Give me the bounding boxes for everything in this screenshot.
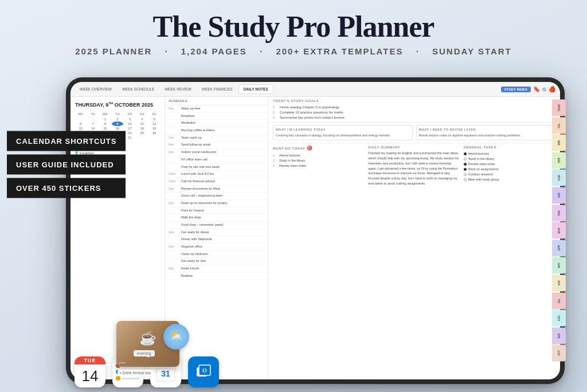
tab-aug[interactable]: AUG [552, 310, 566, 327]
sched-text-17: Food shop – remember pasta! [181, 223, 264, 228]
tab-sum[interactable]: SUM [552, 170, 566, 186]
app-calendar-date: TUE 14 [75, 356, 105, 387]
nav-tab-week-schedule[interactable]: WEEK SCHEDULE [118, 85, 159, 93]
gen-circle-5 [464, 173, 467, 176]
sched-item-1: 5am Wake up time [165, 105, 268, 113]
must-text-2: Study in the library [279, 159, 306, 162]
drink-bar: • Drink herbal tea [118, 370, 153, 376]
cal-cell-15[interactable]: 15 [100, 126, 111, 131]
sched-text-7: Submit social media post [181, 150, 264, 155]
badge-1: CALENDAR SHORTCUTS [7, 131, 126, 151]
cal-cell-1[interactable]: 1 [100, 117, 111, 121]
tab-jan[interactable]: JAN [552, 187, 566, 204]
sched-text-22: Get ready for bed [181, 259, 264, 264]
cal-row-3: 13 14 15 16 17 18 19 [75, 126, 160, 131]
cal-row-1: 1 2 3 4 5 [75, 117, 160, 121]
tab-year[interactable]: YEAR [552, 100, 566, 116]
tab-apr[interactable]: APR [552, 240, 566, 257]
cal-cell-3[interactable]: 3 [124, 117, 135, 121]
gen-text-4: Work on assignments [468, 167, 499, 171]
gen-text-5: Conduct research [468, 173, 493, 176]
cal-cell-12[interactable]: 12 [149, 121, 160, 126]
sched-text-5: Team catch up [181, 136, 264, 140]
sched-text-15: Pack for Greece [181, 209, 264, 213]
tab-jun[interactable]: JUN [552, 275, 566, 292]
cal-cell-16[interactable]: 16 [112, 126, 123, 131]
goals-section: TODAY'S STUDY GOALS 1. Finish reading Ch… [268, 97, 560, 123]
cal-cell-25[interactable]: 25 [136, 131, 147, 135]
nav-tab-week-finances[interactable]: WEEK FINANCES [197, 85, 237, 93]
must-num-3: 3. [273, 164, 277, 167]
calendar-date-icon[interactable]: TUE 14 [75, 356, 105, 387]
cal-cell-empty2 [87, 117, 98, 121]
learning-text: Covering key concepts in biology, focusi… [276, 133, 410, 138]
cal-cell-2[interactable]: 2 [112, 117, 123, 121]
cal-cell-26[interactable]: 26 [149, 131, 160, 135]
tab-mar[interactable]: MAR [552, 222, 566, 239]
tab-may[interactable]: MAY [552, 257, 566, 274]
sched-text-9: Prep for site visit next week [181, 165, 264, 170]
cal-cell-4[interactable]: 4 [136, 117, 147, 121]
sched-item-20: 5pm Organize office [165, 244, 268, 251]
cal-cell-5[interactable]: 5 [149, 117, 160, 121]
cal-cell-31[interactable]: 31 [124, 135, 135, 140]
sched-text-23: Read a book [181, 266, 264, 271]
cal-cell-7[interactable]: 7 [87, 121, 98, 126]
tab-fal[interactable]: FAL [552, 117, 566, 134]
nav-tab-week-review[interactable]: WEEK REVIEW [160, 85, 196, 93]
cal-top-num: 14 [75, 364, 105, 387]
tab-spr[interactable]: SPR [552, 152, 566, 169]
cal-cell-13[interactable]: 13 [75, 126, 86, 131]
sched-text-19: Dinner with Stephanie [181, 237, 264, 242]
gen-item-1: Attend lectures [464, 151, 555, 156]
must-text-3: Review class notes [279, 164, 306, 167]
sched-item-8: NY office team call [165, 156, 268, 164]
sched-text-21: Clean my bedroom [181, 252, 264, 257]
cal-cell-17[interactable]: 17 [124, 126, 135, 131]
outlook-icon[interactable]: O [188, 356, 219, 387]
sched-item-5: 7am Team catch up [165, 135, 268, 142]
sched-text-11: Call the financial advisor [181, 179, 264, 184]
sched-text-2: Breakfast [181, 114, 264, 119]
gen-item-3: Review class notes [464, 161, 555, 166]
must-item-3: 3. Review class notes [273, 163, 365, 168]
cal-cell-9-today[interactable]: 9 [112, 121, 123, 126]
schedule-header: SCHEDULE [165, 97, 268, 105]
outlook-svg: O [193, 362, 214, 382]
must-item-2: 2. Study in the library [273, 158, 365, 163]
cal-cell-14[interactable]: 14 [87, 126, 98, 131]
study-index-button[interactable]: STUDY INDEX [501, 87, 531, 92]
daily-summary-col: DAILY SUMMARY Finished my reading for En… [368, 146, 460, 377]
nav-tab-daily-notes[interactable]: DAILY NOTES [238, 84, 273, 94]
nav-tab-week-overview[interactable]: WEEK OVERVIEW [75, 85, 116, 93]
cal-cell-18[interactable]: 18 [136, 126, 147, 131]
tab-feb[interactable]: FEB [552, 205, 566, 222]
gen-item-4: Work on assignments [464, 166, 555, 171]
sched-item-3: Meditation [165, 120, 268, 127]
must-text-1: Attend lectures [279, 154, 300, 157]
sched-item-19: Dinner with Stephanie [165, 236, 268, 244]
cal-cell-8[interactable]: 8 [100, 121, 111, 126]
general-tasks-title: GENERAL TASKS [464, 146, 555, 149]
goal-text-2: Complete 10 practice questions for maths [280, 111, 343, 114]
tab-win[interactable]: WIN [552, 135, 566, 151]
revise-box: WHAT I NEED TO REVISE LATER Revisit lect… [416, 125, 556, 140]
sched-item-14: 2pm Read up on resources for project [165, 200, 268, 207]
subtitle-dot-3: · [416, 46, 423, 56]
tab-jul[interactable]: JUL [552, 293, 566, 309]
sched-time-11: 12pm [169, 179, 179, 183]
cal-cell-24[interactable]: 24 [124, 131, 135, 135]
evening-bar: evening [134, 350, 155, 356]
planner-date: THURSDAY, 9TH OCTOBER 2025 [75, 101, 160, 108]
cal-cell-end2 [149, 135, 160, 140]
svg-text:O: O [202, 367, 207, 374]
cal-cell-19[interactable]: 19 [149, 126, 160, 131]
cal-cell-6[interactable]: 6 [75, 121, 86, 126]
cal-day-tu: TU [87, 112, 98, 116]
tab-sep[interactable]: SEP [552, 328, 566, 344]
cal-cell-10[interactable]: 10 [124, 121, 135, 126]
sched-item-10: 10am Lunch with Jack & Fara [165, 171, 268, 178]
cal-cell-11[interactable]: 11 [136, 121, 147, 126]
badge-3: OVER 450 STICKERS [7, 178, 126, 198]
bottom-apps: TUE 14 [0, 356, 587, 392]
